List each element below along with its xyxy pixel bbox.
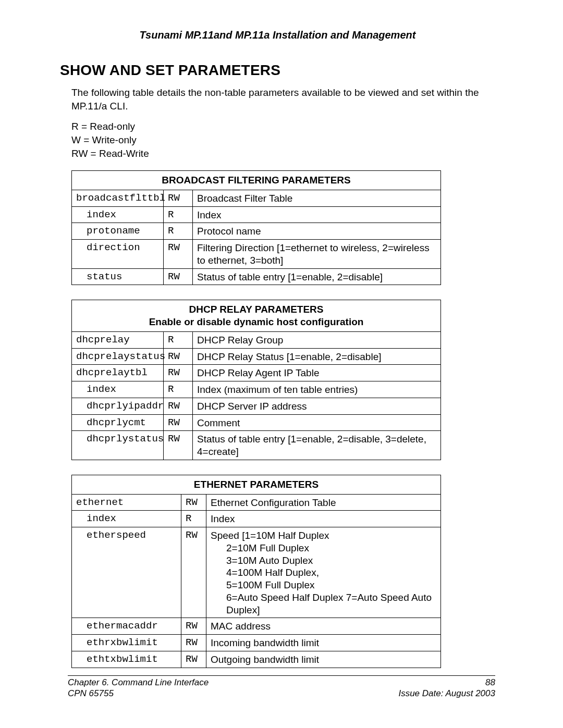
speed-line: 3=10M Auto Duplex: [211, 554, 436, 567]
param-desc: DHCP Server IP address: [193, 398, 441, 414]
speed-line: Speed [1=10M Half Duplex: [211, 530, 329, 541]
table-row: ethernet RW Ethernet Configuration Table: [72, 494, 441, 511]
param-rw: R: [164, 381, 193, 398]
param-desc: DHCP Relay Group: [193, 331, 441, 348]
legend-block: R = Read-only W = Write-only RW = Read-W…: [71, 120, 495, 160]
table-row: dhcprelaytbl RW DHCP Relay Agent IP Tabl…: [72, 365, 441, 381]
legend-w: W = Write-only: [71, 133, 495, 147]
table-broadcast-filtering: BROADCAST FILTERING PARAMETERS broadcast…: [71, 170, 441, 285]
table-title: ETHERNET PARAMETERS: [72, 475, 441, 494]
table-header-row: BROADCAST FILTERING PARAMETERS: [72, 171, 441, 190]
page-footer: Chapter 6. Command Line Interface 88 CPN…: [68, 675, 495, 699]
speed-line: 4=100M Half Duplex,: [211, 566, 436, 579]
param-rw: RW: [181, 494, 206, 511]
table-row: dhcprelaystatus RW DHCP Relay Status [1=…: [72, 348, 441, 365]
param-rw: RW: [181, 618, 206, 635]
param-name: dhcprlyipaddr: [72, 398, 164, 414]
param-desc: Index (maximum of ten table entries): [193, 381, 441, 398]
param-name: ethrxbwlimit: [72, 635, 181, 651]
param-rw: RW: [164, 365, 193, 381]
param-name: status: [72, 268, 164, 285]
table-subtitle: Enable or disable dynamic host configura…: [76, 316, 436, 328]
param-rw: RW: [164, 240, 193, 269]
param-rw: RW: [164, 348, 193, 365]
table-row: status RW Status of table entry [1=enabl…: [72, 268, 441, 285]
param-rw: RW: [181, 527, 206, 618]
section-title: SHOW AND SET PARAMETERS: [60, 62, 495, 79]
param-rw: RW: [181, 651, 206, 668]
speed-line: 5=100M Full Duplex: [211, 579, 436, 591]
footer-left-top: Chapter 6. Command Line Interface: [68, 677, 209, 688]
param-name: etherspeed: [72, 527, 181, 618]
param-name: dhcprelay: [72, 331, 164, 348]
param-desc: DHCP Relay Status [1=enable, 2=disable]: [193, 348, 441, 365]
param-name: broadcastflttbl: [72, 190, 164, 206]
table-title-main: DHCP RELAY PARAMETERS: [189, 304, 324, 315]
param-name: ethtxbwlimit: [72, 651, 181, 668]
table-ethernet: ETHERNET PARAMETERS ethernet RW Ethernet…: [71, 475, 441, 668]
param-name: dhcprelaystatus: [72, 348, 164, 365]
speed-line: 6=Auto Speed Half Duplex 7=Auto Speed Au…: [211, 591, 436, 616]
footer-right-top: 88: [485, 677, 495, 688]
table-row: direction RW Filtering Direction [1=ethe…: [72, 240, 441, 269]
param-desc: MAC address: [206, 618, 441, 635]
param-rw: RW: [181, 635, 206, 651]
param-name: index: [72, 511, 181, 527]
table-header-row: DHCP RELAY PARAMETERS Enable or disable …: [72, 300, 441, 332]
param-name: ethermacaddr: [72, 618, 181, 635]
param-desc: Index: [193, 206, 441, 223]
param-name: dhcprlycmt: [72, 414, 164, 431]
param-desc: Speed [1=10M Half Duplex 2=10M Full Dupl…: [206, 527, 441, 618]
table-row: ethtxbwlimit RW Outgoing bandwidth limit: [72, 651, 441, 668]
param-rw: RW: [164, 431, 193, 460]
footer-right-bottom: Issue Date: August 2003: [398, 688, 495, 699]
legend-rw: RW = Read-Write: [71, 147, 495, 161]
document-page: Tsunami MP.11and MP.11a Installation and…: [0, 0, 563, 728]
param-desc: Status of table entry [1=enable, 2=disab…: [193, 431, 441, 460]
param-name: protoname: [72, 223, 164, 240]
param-desc: Protocol name: [193, 223, 441, 240]
table-row: ethermacaddr RW MAC address: [72, 618, 441, 635]
param-desc: Filtering Direction [1=ethernet to wirel…: [193, 240, 441, 269]
table-row: dhcprlystatus RW Status of table entry […: [72, 431, 441, 460]
param-rw: R: [164, 223, 193, 240]
table-title: BROADCAST FILTERING PARAMETERS: [72, 171, 441, 190]
param-name: dhcprlystatus: [72, 431, 164, 460]
param-desc: Broadcast Filter Table: [193, 190, 441, 206]
param-rw: R: [181, 511, 206, 527]
table-row: index R Index: [72, 511, 441, 527]
intro-paragraph: The following table details the non-tabl…: [71, 86, 495, 113]
param-rw: RW: [164, 190, 193, 206]
table-row: index R Index (maximum of ten table entr…: [72, 381, 441, 398]
param-desc: DHCP Relay Agent IP Table: [193, 365, 441, 381]
param-desc: Ethernet Configuration Table: [206, 494, 441, 511]
table-row: broadcastflttbl RW Broadcast Filter Tabl…: [72, 190, 441, 206]
param-name: index: [72, 381, 164, 398]
param-rw: RW: [164, 414, 193, 431]
param-rw: R: [164, 331, 193, 348]
table-row: dhcprlyipaddr RW DHCP Server IP address: [72, 398, 441, 414]
param-name: dhcprelaytbl: [72, 365, 164, 381]
table-row: index R Index: [72, 206, 441, 223]
footer-rule: [68, 675, 495, 676]
param-name: direction: [72, 240, 164, 269]
param-desc: Incoming bandwidth limit: [206, 635, 441, 651]
param-desc: Status of table entry [1=enable, 2=disab…: [193, 268, 441, 285]
param-rw: RW: [164, 268, 193, 285]
table-row: protoname R Protocol name: [72, 223, 441, 240]
param-rw: R: [164, 206, 193, 223]
speed-line: 2=10M Full Duplex: [211, 542, 436, 554]
table-row: dhcprlycmt RW Comment: [72, 414, 441, 431]
param-desc: Index: [206, 511, 441, 527]
param-rw: RW: [164, 398, 193, 414]
table-dhcp-relay: DHCP RELAY PARAMETERS Enable or disable …: [71, 300, 441, 460]
table-title: DHCP RELAY PARAMETERS Enable or disable …: [72, 300, 441, 332]
param-desc: Outgoing bandwidth limit: [206, 651, 441, 668]
param-name: ethernet: [72, 494, 181, 511]
footer-left-bottom: CPN 65755: [68, 688, 114, 699]
table-row: dhcprelay R DHCP Relay Group: [72, 331, 441, 348]
table-row: etherspeed RW Speed [1=10M Half Duplex 2…: [72, 527, 441, 618]
param-desc: Comment: [193, 414, 441, 431]
table-header-row: ETHERNET PARAMETERS: [72, 475, 441, 494]
param-name: index: [72, 206, 164, 223]
